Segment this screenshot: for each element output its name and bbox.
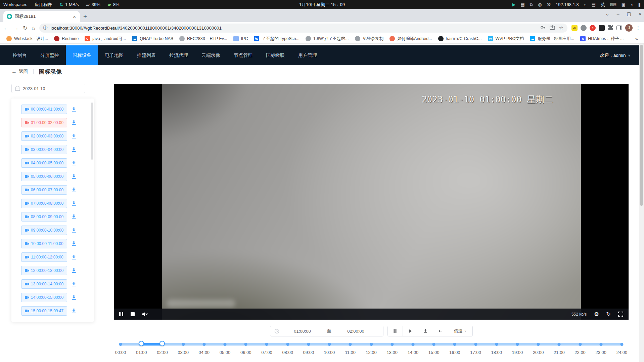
- player-pause-icon[interactable]: [119, 312, 123, 316]
- segment-button[interactable]: 01:00:00-02:00:00: [21, 118, 67, 127]
- segment-button[interactable]: 15:00:00-15:09:47: [21, 306, 67, 316]
- timeline-tick[interactable]: [390, 343, 394, 346]
- back-button[interactable]: ← 返回: [11, 69, 28, 75]
- reload-icon[interactable]: ↻: [23, 25, 28, 31]
- range-start-time[interactable]: 01:00:00: [279, 329, 326, 334]
- download-icon[interactable]: [71, 281, 77, 287]
- pause-button[interactable]: [387, 326, 403, 336]
- share-icon[interactable]: [550, 25, 555, 31]
- clipboard-icon[interactable]: ⧉: [530, 2, 533, 7]
- seek-back-button[interactable]: [433, 326, 448, 336]
- nav-tab[interactable]: 拉流代理: [163, 45, 195, 65]
- extension-gray-icon[interactable]: [581, 25, 587, 31]
- nav-tab[interactable]: 云端录像: [195, 45, 227, 65]
- bookmark-star-icon[interactable]: ☆: [559, 25, 563, 31]
- download-icon[interactable]: [71, 214, 77, 219]
- home-icon[interactable]: ⌂: [584, 2, 587, 7]
- segment-button[interactable]: 03:00:00-04:00:00: [21, 145, 67, 154]
- applications-button[interactable]: 应用程序: [35, 2, 52, 8]
- bookmark-item[interactable]: 如何编译Android...: [386, 35, 435, 43]
- nav-tab[interactable]: 用户管理: [291, 45, 324, 65]
- browser-home-icon[interactable]: ⌂: [32, 25, 35, 31]
- segment-button[interactable]: 00:00:00-01:00:00: [21, 105, 67, 114]
- download-icon[interactable]: [71, 308, 77, 314]
- address-bar[interactable]: ⓘ localhost:38080/#/gbRecordDetail/34020…: [39, 24, 567, 33]
- bookmark-item[interactable]: ☁ QNAP Turbo NAS: [129, 35, 176, 42]
- timeline-tick[interactable]: [370, 343, 373, 346]
- window-close-icon[interactable]: ×: [639, 11, 641, 16]
- segment-button[interactable]: 10:00:00-11:00:00: [21, 239, 67, 248]
- volume-muted-icon[interactable]: [142, 312, 148, 317]
- segment-button[interactable]: 12:00:00-13:00:00: [21, 266, 67, 275]
- play-button[interactable]: [403, 326, 418, 336]
- range-end-time[interactable]: 02:00:00: [333, 329, 379, 334]
- tray-circle-icon[interactable]: ◍: [538, 2, 542, 7]
- tab-close-icon[interactable]: ×: [72, 14, 77, 19]
- timeline-tick[interactable]: [307, 343, 310, 346]
- keyboard-icon[interactable]: ⌨: [610, 2, 616, 7]
- bookmark-item[interactable]: 知 了不起的 TypeScri...: [251, 35, 303, 43]
- timeline-tick[interactable]: [453, 343, 456, 346]
- download-icon[interactable]: [71, 241, 77, 246]
- nav-tab[interactable]: 国标设备: [66, 45, 98, 65]
- timeline-tick[interactable]: [265, 343, 268, 346]
- messages-icon[interactable]: ▤: [592, 2, 596, 7]
- download-icon[interactable]: [71, 107, 77, 112]
- tray-grid-icon[interactable]: ▦: [520, 2, 524, 7]
- input-method-indicator[interactable]: 英: [601, 2, 605, 8]
- bookmark-item[interactable]: IPC: [230, 35, 251, 42]
- bookmark-item[interactable]: hairrrrr/C-CrashC...: [435, 35, 485, 42]
- download-icon[interactable]: [71, 268, 77, 273]
- browser-tab[interactable]: 国标28181 ×: [3, 11, 80, 22]
- date-picker-input[interactable]: 2023-01-10: [11, 84, 85, 93]
- nav-tab[interactable]: 电子地图: [98, 45, 130, 65]
- bookmarks-overflow-icon[interactable]: »: [633, 36, 641, 42]
- user-menu[interactable]: 欢迎，admin ∨: [600, 52, 630, 58]
- download-icon[interactable]: [71, 160, 77, 166]
- password-key-icon[interactable]: [540, 25, 546, 31]
- segment-button[interactable]: 08:00:00-09:00:00: [21, 212, 67, 222]
- segment-button[interactable]: 11:00:00-12:00:00: [21, 252, 67, 262]
- download-icon[interactable]: [71, 254, 77, 260]
- segment-button[interactable]: 07:00:00-08:00:00: [21, 199, 67, 208]
- download-icon[interactable]: [71, 295, 77, 300]
- bookmark-item[interactable]: RFC2833 – RTP Ev...: [176, 35, 230, 42]
- segment-button[interactable]: 02:00:00-03:00:00: [21, 131, 67, 141]
- segment-button[interactable]: 09:00:00-10:00:00: [21, 226, 67, 235]
- ip-address[interactable]: 192.168.1.3: [556, 2, 579, 7]
- bookmark-item[interactable]: N HDAtmos :: 种子 ...: [577, 35, 627, 43]
- extension-dark-icon[interactable]: [599, 25, 605, 31]
- timeline-tick[interactable]: [474, 343, 477, 346]
- timeline-tick[interactable]: [495, 343, 498, 346]
- extensions-puzzle-icon[interactable]: [608, 25, 613, 32]
- segment-button[interactable]: 06:00:00-07:00:00: [21, 185, 67, 195]
- forward-icon[interactable]: →: [13, 25, 19, 31]
- video-player[interactable]: 2023-01-10 01:00:00 星期二 552 kb/s ⚙ ↻: [114, 84, 629, 320]
- segment-button[interactable]: 14:00:00-15:00:00: [21, 293, 67, 302]
- window-maximize-icon[interactable]: ▢: [627, 11, 631, 16]
- time-range-input[interactable]: 01:00:00 至 02:00:00: [270, 326, 383, 336]
- timeline-tick[interactable]: [349, 343, 352, 346]
- profile-avatar[interactable]: J: [625, 24, 633, 32]
- back-icon[interactable]: ←: [3, 25, 9, 31]
- timeline-tick[interactable]: [224, 343, 227, 346]
- player-fullscreen-icon[interactable]: [618, 312, 623, 317]
- nav-tab[interactable]: 控制台: [6, 45, 34, 65]
- browser-menu-icon[interactable]: ⋮: [636, 25, 641, 31]
- volume-icon[interactable]: ◖: [631, 2, 633, 7]
- new-tab-button[interactable]: +: [83, 13, 87, 21]
- timeline-tick[interactable]: [182, 343, 185, 346]
- battery-status-icon[interactable]: ▮: [638, 2, 641, 7]
- bookmark-item[interactable]: ☁ 服务器 - 轻量应用...: [527, 35, 577, 43]
- extension-red-icon[interactable]: ×: [590, 25, 596, 31]
- download-icon[interactable]: [71, 228, 77, 233]
- scrollbar-thumb[interactable]: [640, 45, 643, 206]
- clock[interactable]: 1月10日 星期二 15：09: [299, 2, 345, 8]
- workspaces-button[interactable]: Workspaces: [3, 2, 27, 7]
- timeline-handle[interactable]: [139, 341, 144, 346]
- timeline-tick[interactable]: [244, 343, 247, 346]
- timeline-tick[interactable]: [202, 343, 205, 346]
- timeline-tick[interactable]: [537, 343, 540, 346]
- timeline-tick[interactable]: [432, 343, 435, 346]
- segment-button[interactable]: 13:00:00-14:00:00: [21, 279, 67, 289]
